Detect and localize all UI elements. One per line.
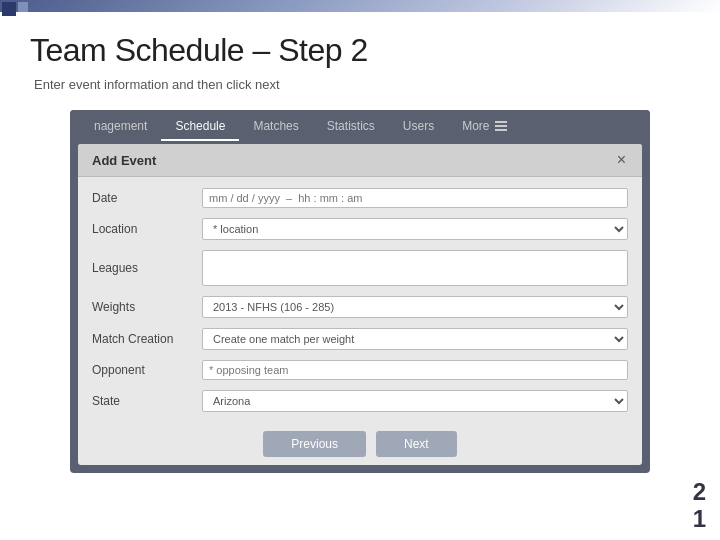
label-date: Date (92, 191, 202, 205)
nav-item-statistics[interactable]: Statistics (313, 113, 389, 141)
field-match-creation: Create one match per weight (202, 328, 628, 350)
form-row-opponent: Opponent (78, 355, 642, 385)
label-state: State (92, 394, 202, 408)
leagues-area[interactable] (202, 250, 628, 286)
modal-footer: Previous Next (78, 423, 642, 465)
main-content: Team Schedule – Step 2 Enter event infor… (0, 12, 720, 540)
field-location: * location (202, 218, 628, 240)
modal-body: Date Location * location Le (78, 177, 642, 423)
weights-select[interactable]: 2013 - NFHS (106 - 285) (202, 296, 628, 318)
top-bar (0, 0, 720, 12)
label-match-creation: Match Creation (92, 332, 202, 346)
modal-header: Add Event × (78, 144, 642, 177)
field-leagues (202, 250, 628, 286)
page-number-line2: 1 (693, 506, 706, 532)
page-badge: 2 1 (693, 479, 706, 532)
location-select[interactable]: * location (202, 218, 628, 240)
form-row-weights: Weights 2013 - NFHS (106 - 285) (78, 291, 642, 323)
modal-wrapper: nagement Schedule Matches Statistics Use… (70, 110, 650, 473)
next-button[interactable]: Next (376, 431, 457, 457)
form-row-date: Date (78, 183, 642, 213)
nav-item-users[interactable]: Users (389, 113, 448, 141)
label-location: Location (92, 222, 202, 236)
nav-item-management[interactable]: nagement (80, 113, 161, 141)
date-input[interactable] (202, 188, 628, 208)
close-button[interactable]: × (615, 152, 628, 168)
add-event-modal: Add Event × Date Location * location (78, 144, 642, 465)
previous-button[interactable]: Previous (263, 431, 366, 457)
page-title: Team Schedule – Step 2 (30, 32, 690, 69)
label-opponent: Opponent (92, 363, 202, 377)
form-row-location: Location * location (78, 213, 642, 245)
form-row-match-creation: Match Creation Create one match per weig… (78, 323, 642, 355)
state-select[interactable]: Arizona (202, 390, 628, 412)
deco-square-2 (18, 2, 28, 12)
nav-bar: nagement Schedule Matches Statistics Use… (70, 110, 650, 144)
field-opponent (202, 360, 628, 380)
label-weights: Weights (92, 300, 202, 314)
nav-item-schedule[interactable]: Schedule (161, 113, 239, 141)
form-row-leagues: Leagues (78, 245, 642, 291)
page-number-line1: 2 (693, 479, 706, 505)
match-creation-select[interactable]: Create one match per weight (202, 328, 628, 350)
form-row-state: State Arizona (78, 385, 642, 417)
field-state: Arizona (202, 390, 628, 412)
opponent-input[interactable] (202, 360, 628, 380)
page-subtitle: Enter event information and then click n… (34, 77, 690, 92)
hamburger-icon (495, 121, 507, 131)
field-date (202, 188, 628, 208)
field-weights: 2013 - NFHS (106 - 285) (202, 296, 628, 318)
nav-item-more[interactable]: More (448, 113, 521, 141)
modal-title: Add Event (92, 153, 156, 168)
nav-item-matches[interactable]: Matches (239, 113, 312, 141)
label-leagues: Leagues (92, 261, 202, 275)
